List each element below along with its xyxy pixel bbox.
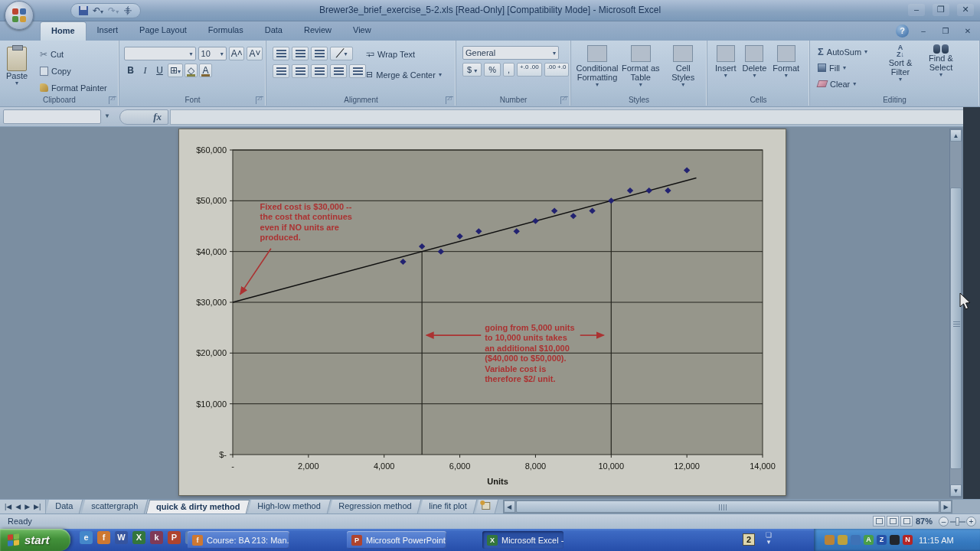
tray-norton-n-icon[interactable]: N	[903, 535, 913, 545]
decrease-indent-button[interactable]	[330, 64, 347, 78]
underline-button[interactable]: U	[153, 64, 166, 77]
firefox-icon[interactable]: f	[97, 531, 110, 544]
minimize-button[interactable]: –	[908, 4, 925, 16]
alignment-dialog-launcher-icon[interactable]	[446, 96, 453, 104]
percent-style-button[interactable]: %	[484, 63, 501, 77]
page-layout-view-button[interactable]	[887, 516, 899, 527]
align-top-button[interactable]	[273, 47, 289, 60]
excel-icon[interactable]: X	[132, 531, 145, 544]
horizontal-scrollbar[interactable]: ◀ ▶	[503, 500, 952, 514]
ribbon-tab-data[interactable]: Data	[254, 21, 293, 41]
align-left-button[interactable]	[273, 64, 289, 78]
format-painter-button[interactable]: Format Painter	[40, 80, 107, 95]
tray-zonealarm-z-icon[interactable]: Z	[877, 535, 887, 545]
font-dialog-launcher-icon[interactable]	[256, 96, 263, 104]
paste-button[interactable]: Paste▾	[6, 47, 28, 86]
ribbon-tab-home[interactable]: Home	[40, 21, 87, 41]
page-break-view-button[interactable]	[900, 516, 913, 527]
ribbon-tab-formulas[interactable]: Formulas	[198, 21, 254, 41]
sheet-tab-high-low-method[interactable]: High-low method	[248, 500, 331, 514]
ribbon-tab-page-layout[interactable]: Page Layout	[129, 21, 198, 41]
ribbon-tab-insert[interactable]: Insert	[87, 21, 129, 41]
wrap-text-button[interactable]: ⮒Wrap Text	[366, 47, 442, 61]
ribbon-tab-view[interactable]: View	[342, 21, 382, 41]
task-button-excel[interactable]: XMicrosoft Excel - Bre...	[482, 531, 564, 549]
increase-indent-button[interactable]	[349, 64, 366, 78]
first-sheet-icon[interactable]: |◀	[5, 503, 11, 510]
align-middle-button[interactable]	[292, 47, 309, 60]
bold-button[interactable]: B	[124, 64, 137, 77]
tray-antivirus-a-icon[interactable]: A	[864, 535, 874, 545]
ribbon-tab-review[interactable]: Review	[293, 21, 342, 41]
font-color-button[interactable]: A	[199, 64, 212, 77]
scroll-down-icon[interactable]: ▼	[950, 484, 962, 497]
workbook-restore-button[interactable]: ❐	[938, 26, 953, 37]
font-name-combo[interactable]: ▾	[124, 47, 196, 60]
insert-worksheet-tab[interactable]	[475, 500, 498, 514]
clear-button[interactable]: Clear▾	[818, 77, 867, 90]
copy-button[interactable]: Copy	[40, 64, 107, 78]
merge-center-button[interactable]: ⊟Merge & Center▾	[366, 67, 442, 82]
next-sheet-icon[interactable]: ▶	[24, 503, 30, 510]
tray-network-icon[interactable]	[851, 535, 861, 545]
cut-button[interactable]: ✂Cut	[40, 47, 107, 61]
sheet-tab-data[interactable]: Data	[46, 500, 83, 514]
taskbar-group-badge[interactable]: 2	[743, 533, 755, 546]
zoom-out-button[interactable]: –	[939, 517, 949, 527]
grow-font-button[interactable]: A˄	[229, 47, 245, 60]
orientation-button[interactable]: ⟋▾	[330, 47, 353, 60]
hidden-icons-chevron[interactable]: ❏▾	[766, 532, 772, 546]
horizontal-scroll-thumb[interactable]	[516, 500, 939, 513]
vertical-scrollbar[interactable]: ▲ ▼	[949, 129, 962, 497]
shrink-font-button[interactable]: A˅	[247, 47, 263, 60]
start-button[interactable]: start	[0, 529, 70, 551]
comma-style-button[interactable]: ,	[503, 63, 514, 77]
align-right-button[interactable]	[311, 64, 328, 78]
autosum-button[interactable]: ΣAutoSum▾	[818, 45, 867, 58]
zoom-level[interactable]: 87%	[916, 517, 933, 526]
powerpoint-icon[interactable]: P	[168, 531, 181, 544]
sort-filter-button[interactable]: AZ↓ Sort & Filter▾	[884, 44, 917, 82]
italic-button[interactable]: I	[139, 64, 152, 77]
sheet-tab-regression-method[interactable]: Regression method	[328, 500, 421, 514]
tray-security-shield-icon[interactable]	[838, 535, 848, 545]
find-select-button[interactable]: Find & Select▾	[923, 44, 959, 82]
increase-decimal-button[interactable]: +.0 .00	[517, 63, 542, 77]
word-icon[interactable]: W	[115, 531, 128, 544]
fill-color-button[interactable]: ◇	[185, 64, 198, 77]
fill-button[interactable]: Fill▾	[818, 61, 867, 74]
last-sheet-icon[interactable]: ▶|	[34, 503, 41, 510]
help-button[interactable]: ?	[896, 24, 909, 37]
insert-function-button[interactable]: fx	[119, 109, 168, 125]
borders-button[interactable]: ⊞▾	[168, 64, 183, 77]
sheet-tab-line-fit-plot[interactable]: line fit plot	[420, 500, 477, 514]
number-dialog-launcher-icon[interactable]	[560, 96, 568, 104]
align-bottom-button[interactable]	[311, 47, 328, 60]
office-button[interactable]	[5, 1, 34, 30]
publisher-key-icon[interactable]: k	[150, 531, 163, 544]
vertical-scroll-thumb[interactable]	[950, 187, 962, 469]
restore-button[interactable]: ❐	[933, 4, 949, 16]
tray-audio-device-icon[interactable]	[890, 535, 900, 545]
sheet-tab-quick-dirty-method[interactable]: quick & dirty method	[146, 500, 250, 514]
sheet-tab-scattergraph[interactable]: scattergraph	[81, 500, 148, 514]
normal-view-button[interactable]	[873, 516, 885, 527]
name-box-caret-icon[interactable]: ▼	[101, 109, 113, 124]
internet-explorer-icon[interactable]: e	[80, 531, 93, 544]
scroll-up-icon[interactable]: ▲	[950, 129, 962, 142]
number-format-combo[interactable]: General▾	[462, 46, 559, 60]
close-button[interactable]: ✕	[957, 4, 974, 16]
accounting-format-button[interactable]: $ ▾	[462, 63, 482, 77]
zoom-in-button[interactable]: +	[966, 517, 976, 527]
tray-volume-icon[interactable]	[825, 535, 835, 545]
align-center-button[interactable]	[292, 64, 309, 78]
workbook-minimize-button[interactable]: –	[916, 26, 931, 37]
workbook-close-button[interactable]: ✕	[960, 26, 975, 37]
scroll-left-icon[interactable]: ◀	[504, 500, 515, 513]
clipboard-dialog-launcher-icon[interactable]	[109, 96, 116, 104]
decrease-decimal-button[interactable]: .00 +.0	[544, 63, 570, 77]
scattergraph-chart[interactable]: $-$10,000$20,000$30,000$40,000$50,000$60…	[178, 129, 786, 496]
prev-sheet-icon[interactable]: ◀	[15, 503, 21, 510]
font-size-combo[interactable]: 10▾	[198, 47, 227, 60]
task-button-powerpoint[interactable]: PMicrosoft PowerPoint	[347, 531, 446, 549]
